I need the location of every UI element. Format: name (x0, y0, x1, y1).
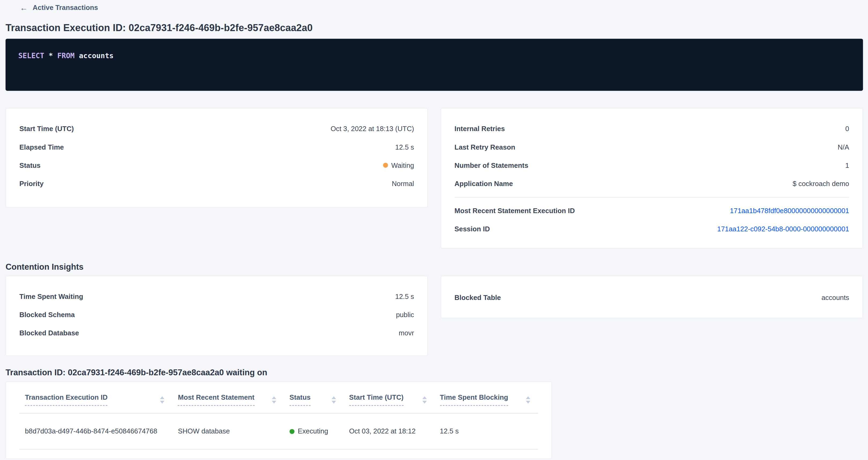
blocked-database-value: movr (399, 329, 414, 337)
statement-count-row: Number of Statements 1 (454, 156, 849, 174)
statement-execution-id-row: Most Recent Statement Execution ID 171aa… (454, 202, 849, 220)
status-badge: Waiting (383, 161, 414, 169)
column-header-label: Most Recent Statement (178, 394, 254, 406)
statement-execution-id-label: Most Recent Statement Execution ID (454, 207, 575, 214)
status-value: Executing (298, 427, 328, 435)
contention-right-card: Blocked Table accounts (441, 276, 863, 318)
priority-row: Priority Normal (19, 174, 414, 192)
blocked-table-label: Blocked Table (454, 294, 501, 301)
sort-desc-icon (160, 400, 165, 403)
priority-value: Normal (392, 180, 414, 187)
column-header-label: Start Time (UTC) (349, 394, 403, 406)
contention-insights-heading: Contention Insights (6, 262, 863, 271)
blocked-schema-row: Blocked Schema public (19, 306, 414, 324)
status-label: Status (19, 161, 40, 169)
sort-icon[interactable] (422, 396, 427, 403)
waiting-on-table: Transaction Execution ID Most Recent Sta… (19, 389, 538, 449)
session-id-link[interactable]: 171aa122-c092-54b8-0000-000000000001 (717, 225, 849, 233)
back-link[interactable]: ← Active Transactions (20, 3, 863, 12)
blocked-database-label: Blocked Database (19, 329, 79, 337)
sort-asc-icon (331, 396, 336, 399)
cell-time-spent-blocking: 12.5 s (434, 413, 538, 449)
sort-desc-icon (331, 400, 336, 403)
waiting-on-table-card: Transaction Execution ID Most Recent Sta… (6, 381, 552, 459)
table-header-row: Transaction Execution ID Most Recent Sta… (19, 389, 538, 413)
sql-statement-box: SELECT * FROM accounts (6, 39, 863, 91)
sort-icon[interactable] (526, 396, 530, 403)
column-header-time-spent-blocking[interactable]: Time Spent Blocking (434, 389, 538, 413)
status-row: Status Waiting (19, 156, 414, 174)
internal-retries-label: Internal Retries (454, 125, 505, 133)
application-name-row: Application Name $ cockroach demo (454, 174, 849, 192)
back-arrow-icon: ← (20, 4, 28, 11)
waiting-on-heading: Transaction ID: 02ca7931-f246-469b-b2fe-… (6, 368, 863, 377)
priority-label: Priority (19, 180, 43, 187)
statement-execution-id-link[interactable]: 171aa1b478fdf0e80000000000000001 (730, 207, 849, 214)
blocked-schema-value: public (396, 311, 414, 318)
sort-icon[interactable] (160, 396, 165, 403)
column-header-most-recent-statement[interactable]: Most Recent Statement (173, 389, 284, 413)
column-header-label: Transaction Execution ID (25, 394, 107, 406)
last-retry-reason-value: N/A (838, 143, 849, 151)
executing-status-dot-icon (289, 429, 294, 434)
start-time-value: Oct 3, 2022 at 18:13 (UTC) (331, 125, 414, 133)
status-badge: Executing (289, 427, 328, 435)
blocked-table-row: Blocked Table accounts (454, 288, 849, 307)
cell-start-time: Oct 03, 2022 at 18:12 (344, 413, 435, 449)
sort-asc-icon (422, 396, 427, 399)
blocked-database-row: Blocked Database movr (19, 324, 414, 342)
application-name-label: Application Name (454, 180, 513, 187)
table-row: b8d7d03a-d497-446b-8474-e50846674768 SHO… (19, 413, 538, 449)
start-time-row: Start Time (UTC) Oct 3, 2022 at 18:13 (U… (19, 120, 414, 138)
time-spent-waiting-label: Time Spent Waiting (19, 293, 83, 300)
sort-desc-icon (422, 400, 427, 403)
sort-desc-icon (272, 400, 276, 403)
page-title: Transaction Execution ID: 02ca7931-f246-… (6, 22, 863, 34)
sql-keyword-select: SELECT (18, 52, 44, 60)
elapsed-time-row: Elapsed Time 12.5 s (19, 138, 414, 156)
sort-asc-icon (160, 396, 165, 399)
column-header-transaction-execution-id[interactable]: Transaction Execution ID (19, 389, 173, 413)
sort-asc-icon (526, 396, 530, 399)
contention-left-card: Time Spent Waiting 12.5 s Blocked Schema… (6, 276, 428, 356)
sort-desc-icon (526, 400, 530, 403)
last-retry-reason-label: Last Retry Reason (454, 143, 515, 151)
sql-keyword-from: FROM (57, 52, 75, 60)
cell-status: Executing (284, 413, 344, 449)
elapsed-time-label: Elapsed Time (19, 143, 64, 151)
blocked-table-value: accounts (822, 294, 849, 301)
cell-most-recent-statement: SHOW database (173, 413, 284, 449)
back-link-label: Active Transactions (33, 4, 98, 11)
start-time-label: Start Time (UTC) (19, 125, 74, 133)
overview-card: Start Time (UTC) Oct 3, 2022 at 18:13 (U… (6, 108, 428, 208)
column-header-label: Status (289, 394, 311, 406)
internal-retries-row: Internal Retries 0 (454, 120, 849, 138)
waiting-status-dot-icon (383, 163, 388, 168)
session-id-label: Session ID (454, 225, 490, 233)
status-value: Waiting (392, 161, 414, 169)
column-header-status[interactable]: Status (284, 389, 344, 413)
time-spent-waiting-value: 12.5 s (395, 293, 414, 300)
column-header-start-time[interactable]: Start Time (UTC) (344, 389, 435, 413)
sql-star: * (49, 52, 53, 60)
sql-table-name: accounts (79, 52, 114, 60)
sort-icon[interactable] (272, 396, 276, 403)
details-card: Internal Retries 0 Last Retry Reason N/A… (441, 108, 863, 249)
cell-transaction-execution-id: b8d7d03a-d497-446b-8474-e50846674768 (19, 413, 173, 449)
transaction-details-page: ← Active Transactions Transaction Execut… (0, 0, 868, 460)
scale-wrapper: ← Active Transactions Transaction Execut… (0, 0, 868, 460)
card-divider (454, 197, 849, 197)
time-spent-waiting-row: Time Spent Waiting 12.5 s (19, 287, 414, 306)
sql-statement: SELECT * FROM accounts (18, 52, 114, 60)
summary-cards-row: Start Time (UTC) Oct 3, 2022 at 18:13 (U… (6, 108, 863, 249)
elapsed-time-value: 12.5 s (395, 143, 414, 151)
contention-cards-row: Time Spent Waiting 12.5 s Blocked Schema… (6, 276, 863, 356)
sort-asc-icon (272, 396, 276, 399)
application-name-value: $ cockroach demo (793, 180, 849, 187)
statement-count-label: Number of Statements (454, 161, 528, 169)
column-header-label: Time Spent Blocking (440, 394, 508, 406)
last-retry-reason-row: Last Retry Reason N/A (454, 138, 849, 156)
blocked-schema-label: Blocked Schema (19, 311, 75, 318)
internal-retries-value: 0 (845, 125, 849, 133)
sort-icon[interactable] (331, 396, 336, 403)
